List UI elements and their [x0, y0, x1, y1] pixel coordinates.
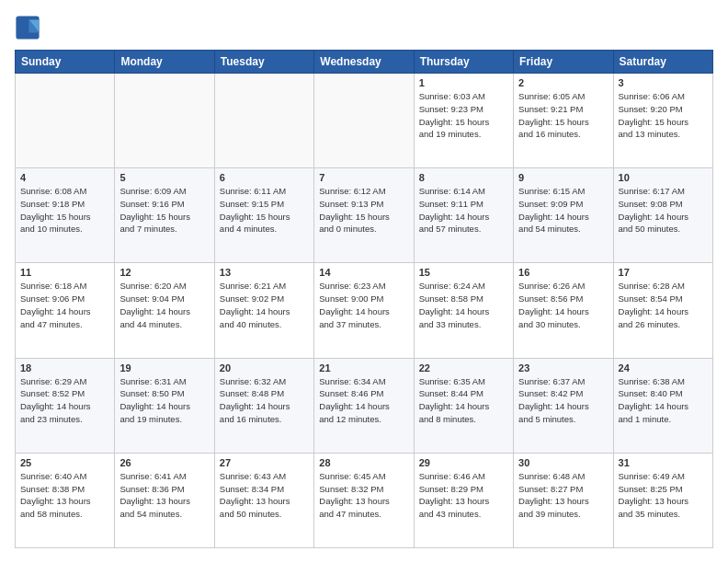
logo [15, 15, 44, 40]
day-info: Sunrise: 6:46 AMSunset: 8:29 PMDaylight:… [419, 470, 508, 521]
day-info: Sunrise: 6:20 AMSunset: 9:04 PMDaylight:… [119, 280, 209, 330]
table-row: 10Sunrise: 6:17 AMSunset: 9:08 PMDayligh… [613, 168, 712, 263]
page: Sunday Monday Tuesday Wednesday Thursday… [0, 0, 728, 563]
day-info: Sunrise: 6:31 AMSunset: 8:50 PMDaylight:… [119, 375, 209, 426]
table-row: 27Sunrise: 6:43 AMSunset: 8:34 PMDayligh… [214, 453, 313, 547]
day-number: 29 [419, 457, 508, 468]
table-row: 20Sunrise: 6:32 AMSunset: 8:48 PMDayligh… [214, 358, 313, 453]
day-number: 16 [518, 267, 608, 278]
col-sunday: Sunday [16, 51, 115, 74]
table-row: 8Sunrise: 6:14 AMSunset: 9:11 PMDaylight… [414, 168, 513, 263]
day-info: Sunrise: 6:03 AMSunset: 9:23 PMDaylight:… [419, 90, 508, 141]
table-row: 30Sunrise: 6:48 AMSunset: 8:27 PMDayligh… [514, 453, 613, 547]
table-row [314, 74, 414, 168]
day-number: 20 [220, 362, 309, 373]
day-number: 25 [20, 457, 109, 468]
table-row: 12Sunrise: 6:20 AMSunset: 9:04 PMDayligh… [115, 263, 214, 358]
table-row: 5Sunrise: 6:09 AMSunset: 9:16 PMDaylight… [115, 168, 214, 263]
calendar-week-row: 25Sunrise: 6:40 AMSunset: 8:38 PMDayligh… [16, 453, 713, 547]
table-row: 24Sunrise: 6:38 AMSunset: 8:40 PMDayligh… [613, 358, 712, 453]
table-row: 17Sunrise: 6:28 AMSunset: 8:54 PMDayligh… [613, 263, 712, 358]
table-row: 22Sunrise: 6:35 AMSunset: 8:44 PMDayligh… [414, 358, 513, 453]
table-row [115, 74, 214, 168]
day-number: 2 [518, 77, 608, 88]
table-row: 9Sunrise: 6:15 AMSunset: 9:09 PMDaylight… [514, 168, 613, 263]
day-info: Sunrise: 6:26 AMSunset: 8:56 PMDaylight:… [518, 280, 608, 330]
table-row: 21Sunrise: 6:34 AMSunset: 8:46 PMDayligh… [314, 358, 414, 453]
calendar-week-row: 4Sunrise: 6:08 AMSunset: 9:18 PMDaylight… [16, 168, 713, 263]
table-row: 18Sunrise: 6:29 AMSunset: 8:52 PMDayligh… [16, 358, 115, 453]
day-number: 28 [319, 457, 408, 468]
table-row: 13Sunrise: 6:21 AMSunset: 9:02 PMDayligh… [214, 263, 313, 358]
table-row: 31Sunrise: 6:49 AMSunset: 8:25 PMDayligh… [613, 453, 712, 547]
day-number: 8 [419, 172, 508, 183]
day-info: Sunrise: 6:24 AMSunset: 8:58 PMDaylight:… [419, 280, 508, 330]
table-row: 25Sunrise: 6:40 AMSunset: 8:38 PMDayligh… [16, 453, 115, 547]
day-number: 19 [119, 362, 209, 373]
day-info: Sunrise: 6:15 AMSunset: 9:09 PMDaylight:… [518, 185, 608, 236]
day-number: 15 [419, 267, 508, 278]
day-number: 9 [518, 172, 608, 183]
col-tuesday: Tuesday [214, 51, 313, 74]
day-number: 18 [20, 362, 109, 373]
day-info: Sunrise: 6:12 AMSunset: 9:13 PMDaylight:… [319, 185, 408, 236]
table-row: 6Sunrise: 6:11 AMSunset: 9:15 PMDaylight… [214, 168, 313, 263]
day-number: 10 [619, 172, 708, 183]
calendar-header-row: Sunday Monday Tuesday Wednesday Thursday… [16, 51, 713, 74]
table-row [214, 74, 313, 168]
day-info: Sunrise: 6:17 AMSunset: 9:08 PMDaylight:… [619, 185, 708, 236]
table-row: 15Sunrise: 6:24 AMSunset: 8:58 PMDayligh… [414, 263, 513, 358]
table-row: 19Sunrise: 6:31 AMSunset: 8:50 PMDayligh… [115, 358, 214, 453]
col-monday: Monday [115, 51, 214, 74]
day-info: Sunrise: 6:48 AMSunset: 8:27 PMDaylight:… [518, 470, 608, 521]
day-info: Sunrise: 6:37 AMSunset: 8:42 PMDaylight:… [518, 375, 608, 426]
table-row: 23Sunrise: 6:37 AMSunset: 8:42 PMDayligh… [514, 358, 613, 453]
header [15, 15, 713, 40]
day-number: 4 [20, 172, 109, 183]
day-info: Sunrise: 6:05 AMSunset: 9:21 PMDaylight:… [518, 90, 608, 141]
table-row: 4Sunrise: 6:08 AMSunset: 9:18 PMDaylight… [16, 168, 115, 263]
day-number: 31 [619, 457, 708, 468]
day-number: 12 [119, 267, 209, 278]
day-number: 3 [619, 77, 708, 88]
day-number: 5 [119, 172, 209, 183]
day-info: Sunrise: 6:11 AMSunset: 9:15 PMDaylight:… [220, 185, 309, 236]
day-info: Sunrise: 6:35 AMSunset: 8:44 PMDaylight:… [419, 375, 508, 426]
day-info: Sunrise: 6:21 AMSunset: 9:02 PMDaylight:… [220, 280, 309, 330]
day-info: Sunrise: 6:32 AMSunset: 8:48 PMDaylight:… [220, 375, 309, 426]
table-row: 2Sunrise: 6:05 AMSunset: 9:21 PMDaylight… [514, 74, 613, 168]
day-number: 27 [220, 457, 309, 468]
col-thursday: Thursday [414, 51, 513, 74]
col-saturday: Saturday [613, 51, 712, 74]
day-number: 11 [20, 267, 109, 278]
day-info: Sunrise: 6:28 AMSunset: 8:54 PMDaylight:… [619, 280, 708, 330]
day-number: 24 [619, 362, 708, 373]
day-info: Sunrise: 6:29 AMSunset: 8:52 PMDaylight:… [20, 375, 109, 426]
day-number: 13 [220, 267, 309, 278]
table-row: 14Sunrise: 6:23 AMSunset: 9:00 PMDayligh… [314, 263, 414, 358]
day-info: Sunrise: 6:40 AMSunset: 8:38 PMDaylight:… [20, 470, 109, 521]
day-info: Sunrise: 6:41 AMSunset: 8:36 PMDaylight:… [119, 470, 209, 521]
table-row: 3Sunrise: 6:06 AMSunset: 9:20 PMDaylight… [613, 74, 712, 168]
day-info: Sunrise: 6:14 AMSunset: 9:11 PMDaylight:… [419, 185, 508, 236]
col-wednesday: Wednesday [314, 51, 414, 74]
day-info: Sunrise: 6:08 AMSunset: 9:18 PMDaylight:… [20, 185, 109, 236]
day-number: 7 [319, 172, 408, 183]
calendar-week-row: 11Sunrise: 6:18 AMSunset: 9:06 PMDayligh… [16, 263, 713, 358]
day-info: Sunrise: 6:43 AMSunset: 8:34 PMDaylight:… [220, 470, 309, 521]
table-row: 1Sunrise: 6:03 AMSunset: 9:23 PMDaylight… [414, 74, 513, 168]
logo-icon [15, 15, 40, 40]
day-number: 6 [220, 172, 309, 183]
table-row: 16Sunrise: 6:26 AMSunset: 8:56 PMDayligh… [514, 263, 613, 358]
day-info: Sunrise: 6:18 AMSunset: 9:06 PMDaylight:… [20, 280, 109, 330]
day-info: Sunrise: 6:38 AMSunset: 8:40 PMDaylight:… [619, 375, 708, 426]
calendar-table: Sunday Monday Tuesday Wednesday Thursday… [15, 50, 713, 548]
day-info: Sunrise: 6:49 AMSunset: 8:25 PMDaylight:… [619, 470, 708, 521]
calendar-week-row: 18Sunrise: 6:29 AMSunset: 8:52 PMDayligh… [16, 358, 713, 453]
col-friday: Friday [514, 51, 613, 74]
day-number: 22 [419, 362, 508, 373]
day-number: 21 [319, 362, 408, 373]
table-row: 28Sunrise: 6:45 AMSunset: 8:32 PMDayligh… [314, 453, 414, 547]
day-number: 14 [319, 267, 408, 278]
day-number: 26 [119, 457, 209, 468]
